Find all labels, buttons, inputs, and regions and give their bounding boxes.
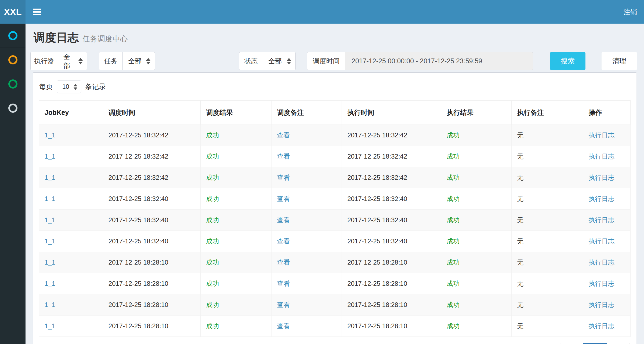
jobkey-link-cell: 1_1 bbox=[39, 294, 103, 316]
trigger-result-cell-cell: 成功 bbox=[201, 210, 272, 231]
view-link[interactable]: 查看 bbox=[277, 195, 290, 202]
sidebar-item-job-log[interactable] bbox=[0, 72, 26, 96]
handle-time-cell-cell: 2017-12-25 18:28:10 bbox=[342, 273, 441, 294]
view-link-cell: 查看 bbox=[272, 146, 342, 167]
jobkey-link[interactable]: 1_1 bbox=[45, 259, 55, 266]
exec-log-link-cell: 执行日志 bbox=[583, 252, 630, 273]
view-link[interactable]: 查看 bbox=[277, 153, 290, 160]
trigger-result-cell-cell: 成功 bbox=[201, 231, 272, 252]
handle-time-cell-cell: 2017-12-25 18:32:42 bbox=[342, 125, 441, 146]
handle-remark-cell-cell: 无 bbox=[512, 231, 583, 252]
view-link[interactable]: 查看 bbox=[277, 259, 290, 266]
view-link-cell: 查看 bbox=[272, 188, 342, 210]
circle-icon bbox=[8, 79, 17, 89]
page-title: 调度日志 bbox=[34, 30, 79, 45]
handle-result-cell-cell: 成功 bbox=[441, 231, 512, 252]
jobkey-link[interactable]: 1_1 bbox=[45, 322, 55, 330]
trigger-time-cell-cell: 2017-12-25 18:32:42 bbox=[103, 146, 200, 167]
prev-page-button[interactable]: 上页 bbox=[559, 343, 583, 344]
jobkey-link[interactable]: 1_1 bbox=[45, 301, 55, 308]
sidebar-item-dashboard[interactable] bbox=[0, 24, 26, 48]
jobkey-link[interactable]: 1_1 bbox=[45, 195, 55, 202]
main-content: 调度日志任务调度中心 执行器 全部 任务 全部 状态 全部 调度时间 bbox=[26, 24, 644, 344]
executor-filter-select[interactable]: 全部 bbox=[58, 52, 87, 70]
jobkey-link[interactable]: 1_1 bbox=[45, 153, 55, 160]
status-filter-select[interactable]: 全部 bbox=[263, 52, 296, 70]
table-row: 1_12017-12-25 18:32:40成功查看2017-12-25 18:… bbox=[39, 231, 631, 252]
handle-result-cell-cell: 成功 bbox=[441, 146, 512, 167]
column-header-7: 操作 bbox=[583, 101, 630, 125]
view-link[interactable]: 查看 bbox=[277, 280, 290, 287]
exec-log-link[interactable]: 执行日志 bbox=[589, 280, 614, 287]
job-filter-label: 任务 bbox=[99, 52, 122, 70]
view-link-cell: 查看 bbox=[272, 125, 342, 146]
jobkey-link-cell: 1_1 bbox=[39, 316, 103, 337]
executor-filter-group: 执行器 全部 bbox=[30, 52, 87, 70]
exec-log-link[interactable]: 执行日志 bbox=[589, 301, 614, 308]
jobkey-link[interactable]: 1_1 bbox=[45, 174, 55, 181]
jobkey-link[interactable]: 1_1 bbox=[45, 131, 55, 139]
exec-log-link[interactable]: 执行日志 bbox=[589, 322, 614, 330]
exec-log-link[interactable]: 执行日志 bbox=[589, 259, 614, 266]
sidebar-item-executor-manage[interactable] bbox=[0, 96, 26, 120]
handle-remark-cell-cell: 无 bbox=[512, 316, 583, 337]
sidebar-item-job-manage[interactable] bbox=[0, 48, 26, 72]
exec-log-link-cell: 执行日志 bbox=[583, 125, 630, 146]
exec-log-link[interactable]: 执行日志 bbox=[589, 216, 614, 224]
exec-log-link[interactable]: 执行日志 bbox=[589, 174, 614, 181]
exec-log-link-cell: 执行日志 bbox=[583, 210, 630, 231]
exec-log-link[interactable]: 执行日志 bbox=[589, 195, 614, 202]
exec-log-link[interactable]: 执行日志 bbox=[589, 153, 614, 160]
trigger-time-cell-cell: 2017-12-25 18:28:10 bbox=[103, 273, 200, 294]
hamburger-icon bbox=[33, 7, 41, 17]
handle-time-cell-cell: 2017-12-25 18:32:40 bbox=[342, 188, 441, 210]
jobkey-link[interactable]: 1_1 bbox=[45, 216, 55, 224]
exec-log-link[interactable]: 执行日志 bbox=[589, 237, 614, 245]
view-link[interactable]: 查看 bbox=[277, 322, 290, 330]
view-link[interactable]: 查看 bbox=[277, 216, 290, 224]
trigger-time-cell-cell: 2017-12-25 18:32:42 bbox=[103, 125, 200, 146]
filter-toolbar: 执行器 全部 任务 全部 状态 全部 调度时间 搜索 清理 bbox=[30, 52, 644, 70]
exec-log-link-cell: 执行日志 bbox=[583, 188, 630, 210]
status-filter-label: 状态 bbox=[239, 52, 263, 70]
view-link[interactable]: 查看 bbox=[277, 237, 290, 245]
trigger-time-range-input[interactable] bbox=[345, 52, 533, 70]
table-footer: 第 1 页 ( 总共 1 页， 10 条记录 ) 上页 1 下页 bbox=[39, 343, 631, 344]
column-header-5: 执行结果 bbox=[441, 101, 512, 125]
executor-filter-value: 全部 bbox=[63, 52, 76, 70]
logout-link[interactable]: 注销 bbox=[624, 0, 637, 24]
jobkey-link[interactable]: 1_1 bbox=[45, 237, 55, 245]
sidebar-toggle-button[interactable] bbox=[26, 0, 48, 24]
view-link-cell: 查看 bbox=[272, 294, 342, 316]
current-page-button[interactable]: 1 bbox=[583, 343, 607, 344]
jobkey-link-cell: 1_1 bbox=[39, 125, 103, 146]
trigger-time-cell-cell: 2017-12-25 18:32:40 bbox=[103, 210, 200, 231]
trigger-time-filter-group: 调度时间 bbox=[307, 52, 533, 70]
view-link[interactable]: 查看 bbox=[277, 131, 290, 139]
handle-remark-cell-cell: 无 bbox=[512, 294, 583, 316]
view-link[interactable]: 查看 bbox=[277, 301, 290, 308]
next-page-button[interactable]: 下页 bbox=[607, 343, 630, 344]
table-row: 1_12017-12-25 18:32:42成功查看2017-12-25 18:… bbox=[39, 125, 631, 146]
clear-button[interactable]: 清理 bbox=[602, 52, 637, 70]
handle-result-cell-cell: 成功 bbox=[441, 210, 512, 231]
jobkey-link-cell: 1_1 bbox=[39, 210, 103, 231]
jobkey-link[interactable]: 1_1 bbox=[45, 280, 55, 287]
exec-log-link[interactable]: 执行日志 bbox=[589, 131, 614, 139]
view-link[interactable]: 查看 bbox=[277, 174, 290, 181]
table-row: 1_12017-12-25 18:28:10成功查看2017-12-25 18:… bbox=[39, 252, 631, 273]
select-arrows-icon bbox=[146, 58, 150, 64]
handle-remark-cell-cell: 无 bbox=[512, 188, 583, 210]
select-arrows-icon bbox=[78, 58, 83, 64]
page-length-select[interactable]: 10 bbox=[57, 80, 81, 93]
column-header-3: 调度备注 bbox=[272, 101, 342, 125]
table-row: 1_12017-12-25 18:28:10成功查看2017-12-25 18:… bbox=[39, 316, 631, 337]
search-button[interactable]: 搜索 bbox=[550, 52, 585, 70]
trigger-time-cell-cell: 2017-12-25 18:32:42 bbox=[103, 167, 200, 188]
view-link-cell: 查看 bbox=[272, 210, 342, 231]
exec-log-link-cell: 执行日志 bbox=[583, 231, 630, 252]
handle-result-cell-cell: 成功 bbox=[441, 273, 512, 294]
job-filter-select[interactable]: 全部 bbox=[122, 52, 155, 70]
column-header-6: 执行备注 bbox=[512, 101, 583, 125]
jobkey-link-cell: 1_1 bbox=[39, 252, 103, 273]
